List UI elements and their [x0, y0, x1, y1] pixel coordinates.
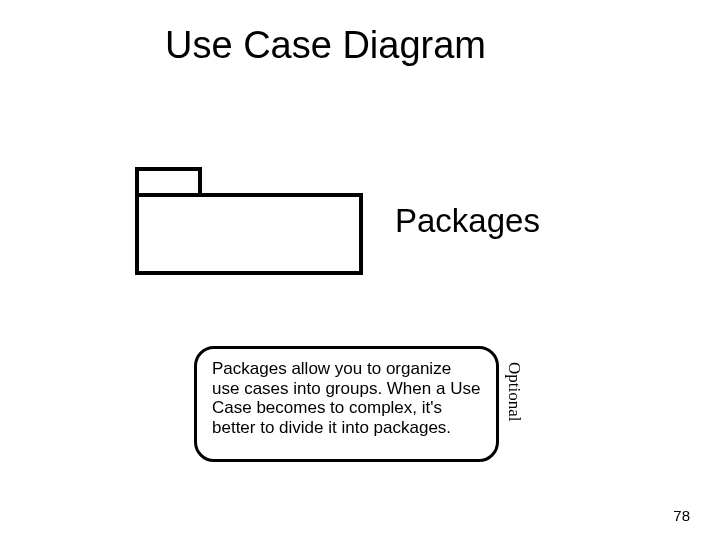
subtitle: Packages [395, 202, 540, 240]
package-tab [135, 167, 202, 195]
package-folder-icon [135, 167, 363, 275]
package-body [135, 193, 363, 275]
optional-label: Optional [504, 362, 524, 422]
page-number: 78 [673, 507, 690, 524]
description-box: Packages allow you to organize use cases… [194, 346, 499, 462]
description-text: Packages allow you to organize use cases… [212, 359, 481, 437]
slide-title: Use Case Diagram [165, 24, 486, 67]
